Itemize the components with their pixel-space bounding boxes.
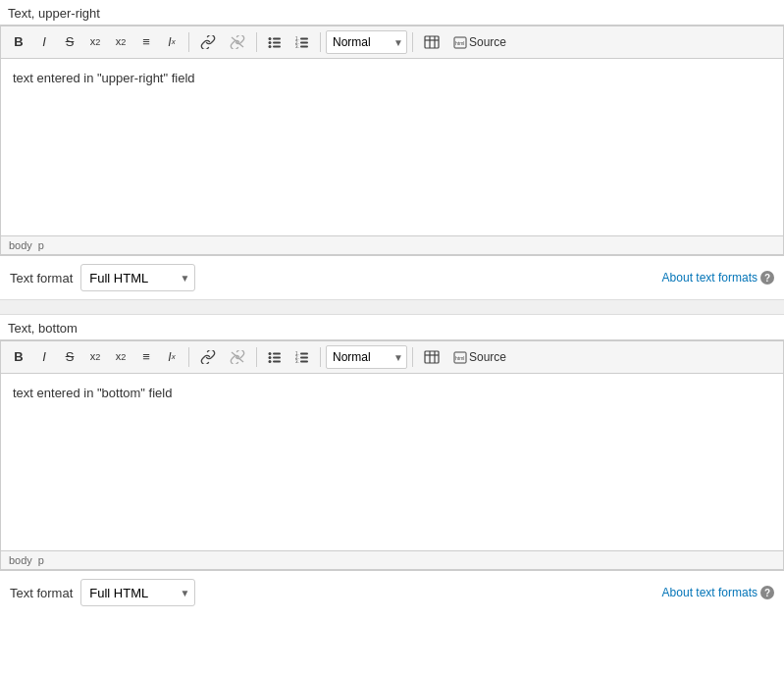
svg-text:3.: 3.	[295, 44, 299, 49]
bold-button-2[interactable]: B	[7, 345, 30, 369]
separator-1b	[256, 32, 257, 52]
svg-point-20	[269, 352, 272, 355]
strikethrough-button-1[interactable]: S	[58, 30, 81, 54]
svg-point-24	[269, 360, 272, 363]
link-button-2[interactable]	[194, 345, 222, 369]
svg-rect-4	[273, 41, 281, 43]
superscript-button-2[interactable]: x2	[83, 345, 107, 369]
separator-1c	[320, 32, 321, 52]
statusbar-p-2: p	[38, 554, 44, 566]
svg-rect-6	[273, 45, 281, 47]
separator-2a	[188, 347, 189, 367]
editor-upper-right[interactable]: text entered in "upper-right" field	[1, 59, 783, 235]
separator-2d	[412, 347, 413, 367]
svg-rect-29	[300, 356, 308, 358]
format-left-1: Text format Full HTML Filtered HTML Plai…	[10, 264, 195, 291]
table-button-2[interactable]	[418, 345, 445, 369]
svg-point-1	[269, 37, 272, 40]
svg-text:html: html	[455, 40, 464, 46]
italic-button-2[interactable]: I	[32, 345, 56, 369]
svg-point-3	[269, 41, 272, 44]
separator-1d	[412, 32, 413, 52]
statusbar-bottom: body p	[1, 550, 783, 569]
svg-rect-2	[273, 37, 281, 39]
field-upper-right-label: Text, upper-right	[0, 0, 784, 25]
help-icon-2: ?	[760, 586, 774, 599]
format-bar-bottom: Text format Full HTML Filtered HTML Plai…	[0, 570, 784, 614]
removeformat-button-1[interactable]: Ix	[160, 30, 183, 54]
statusbar-p-1: p	[38, 239, 44, 251]
orderedlist-button-1[interactable]: 1.2.3.	[289, 30, 315, 54]
bold-button-1[interactable]: B	[7, 30, 30, 54]
statusbar-upper-right: body p	[1, 235, 783, 254]
heading-select-1[interactable]: Normal Heading 1 Heading 2 Heading 3	[326, 30, 407, 54]
svg-rect-23	[273, 356, 281, 358]
removeformat-button-2[interactable]: Ix	[160, 345, 183, 369]
svg-rect-12	[300, 45, 308, 47]
format-label-2: Text format	[10, 586, 73, 600]
about-formats-link-2[interactable]: About text formats ?	[662, 586, 774, 599]
editor-bottom[interactable]: text entered in "bottom" field	[1, 374, 783, 550]
separator-2b	[256, 347, 257, 367]
heading-select-wrap-2[interactable]: Normal Heading 1 Heading 2 Heading 3 ▼	[326, 345, 407, 369]
justify-button-2[interactable]: ≡	[134, 345, 158, 369]
svg-text:3.: 3.	[295, 359, 299, 364]
heading-select-wrap-1[interactable]: Normal Heading 1 Heading 2 Heading 3 ▼	[326, 30, 407, 54]
toolbar-bottom: B I S x2 x2 ≡ Ix	[1, 340, 783, 374]
orderedlist-button-2[interactable]: 1.2.3.	[289, 345, 315, 369]
link-button-1[interactable]	[194, 30, 222, 54]
format-label-1: Text format	[10, 271, 73, 285]
heading-select-2[interactable]: Normal Heading 1 Heading 2 Heading 3	[326, 345, 407, 369]
field-upper-right: Text, upper-right B I S x2 x2 ≡ Ix	[0, 0, 784, 299]
table-button-1[interactable]	[418, 30, 445, 54]
svg-rect-32	[425, 351, 439, 363]
subscript-button-1[interactable]: x2	[109, 30, 132, 54]
format-bar-upper-right: Text format Full HTML Filtered HTML Plai…	[0, 255, 784, 299]
justify-button-1[interactable]: ≡	[134, 30, 158, 54]
svg-rect-21	[273, 352, 281, 354]
italic-button-1[interactable]: I	[32, 30, 56, 54]
field-bottom-label: Text, bottom	[0, 315, 784, 339]
svg-rect-31	[300, 360, 308, 362]
unorderedlist-button-2[interactable]	[262, 345, 287, 369]
separator-1a	[188, 32, 189, 52]
superscript-button-1[interactable]: x2	[83, 30, 107, 54]
svg-rect-27	[300, 352, 308, 354]
separator-2c	[320, 347, 321, 367]
source-button-2[interactable]: html Source	[447, 345, 512, 369]
format-select-wrap-1[interactable]: Full HTML Filtered HTML Plain text ▼	[80, 264, 195, 291]
statusbar-body-2: body	[9, 554, 32, 566]
format-select-2[interactable]: Full HTML Filtered HTML Plain text	[80, 579, 195, 606]
format-left-2: Text format Full HTML Filtered HTML Plai…	[10, 579, 195, 606]
svg-rect-8	[300, 37, 308, 39]
subscript-button-2[interactable]: x2	[109, 345, 132, 369]
help-icon-1: ?	[760, 271, 774, 285]
svg-text:html: html	[455, 355, 464, 361]
svg-point-5	[269, 45, 272, 48]
section-gap	[0, 299, 784, 315]
svg-rect-25	[273, 360, 281, 362]
strikethrough-button-2[interactable]: S	[58, 345, 81, 369]
unlink-button-1[interactable]	[224, 30, 251, 54]
unorderedlist-button-1[interactable]	[262, 30, 287, 54]
format-select-wrap-2[interactable]: Full HTML Filtered HTML Plain text ▼	[80, 579, 195, 606]
unlink-button-2[interactable]	[224, 345, 251, 369]
svg-point-22	[269, 356, 272, 359]
source-button-1[interactable]: html Source	[447, 30, 512, 54]
format-select-1[interactable]: Full HTML Filtered HTML Plain text	[80, 264, 195, 291]
about-formats-link-1[interactable]: About text formats ?	[662, 271, 774, 285]
svg-rect-13	[425, 36, 439, 48]
svg-rect-10	[300, 41, 308, 43]
statusbar-body-1: body	[9, 239, 32, 251]
toolbar-upper-right: B I S x2 x2 ≡ Ix	[1, 26, 783, 59]
field-bottom: Text, bottom B I S x2 x2 ≡ Ix	[0, 315, 784, 614]
